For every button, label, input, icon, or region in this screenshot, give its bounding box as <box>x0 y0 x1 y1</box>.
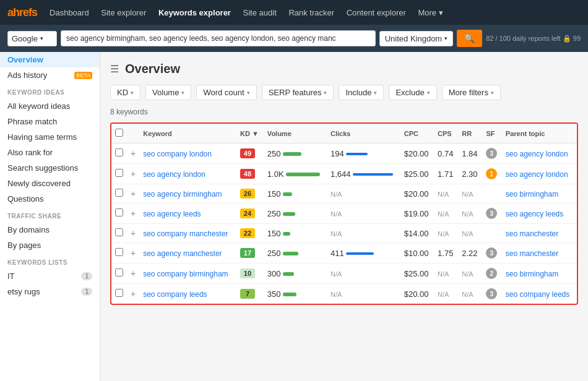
nav-site-audit[interactable]: Site audit <box>243 8 277 17</box>
parent-topic-link[interactable]: seo agency london <box>506 170 568 179</box>
keyword-link[interactable]: seo company leeds <box>143 290 207 299</box>
filter-more[interactable]: More filters ▾ <box>442 85 501 100</box>
nav-rank-tracker[interactable]: Rank tracker <box>288 8 334 17</box>
search-button[interactable]: 🔍 <box>457 30 482 47</box>
sidebar-item-also-rank-for[interactable]: Also rank for <box>0 145 100 160</box>
row-add-cell[interactable]: + <box>127 284 139 304</box>
keyword-cell: seo company leeds <box>139 284 236 304</box>
volume-bar <box>283 272 294 276</box>
row-checkbox[interactable] <box>115 148 123 156</box>
keyword-link[interactable]: seo company manchester <box>143 229 228 238</box>
volume-value: 300 <box>267 269 281 278</box>
keyword-link[interactable]: seo agency birmingham <box>143 190 222 199</box>
keyword-link[interactable]: seo agency leeds <box>143 210 201 218</box>
row-add-cell[interactable]: + <box>127 203 139 224</box>
keyword-link[interactable]: seo agency manchester <box>143 249 222 258</box>
sidebar-item-ads-history[interactable]: Ads history BETA <box>0 67 100 83</box>
cpc-value: $25.00 <box>404 169 429 179</box>
row-checkbox[interactable] <box>115 169 123 177</box>
volume-value: 350 <box>267 289 281 299</box>
parent-topic-link[interactable]: seo agency london <box>506 150 568 158</box>
sidebar-item-questions[interactable]: Questions <box>0 191 100 207</box>
row-add-cell[interactable]: + <box>127 184 139 203</box>
filter-kd[interactable]: KD ▾ <box>110 85 141 100</box>
keywords-table: Keyword KD ▼ Volume Clicks CPC CPS RR SF… <box>111 124 577 304</box>
row-checkbox-cell <box>111 184 127 203</box>
sidebar-item-newly-discovered[interactable]: Newly discovered <box>0 176 100 191</box>
row-checkbox[interactable] <box>115 189 123 197</box>
sf-cell: 3 <box>482 143 501 164</box>
keyword-link[interactable]: seo company london <box>143 150 212 158</box>
rr-na: N/A <box>462 210 473 218</box>
row-add-cell[interactable]: + <box>127 243 139 263</box>
row-checkbox-cell <box>111 284 127 304</box>
nav-more[interactable]: More ▾ <box>418 8 443 17</box>
sidebar-item-phrase-match[interactable]: Phrase match <box>0 114 100 129</box>
sidebar-item-by-pages[interactable]: By pages <box>0 238 100 253</box>
hamburger-icon[interactable]: ☰ <box>110 63 119 75</box>
parent-topic-link[interactable]: seo company leeds <box>506 290 569 299</box>
row-checkbox[interactable] <box>115 268 123 276</box>
sidebar-item-etsy-rugs[interactable]: etsy rugs 1 <box>0 284 100 299</box>
nav-content-explorer[interactable]: Content explorer <box>347 8 406 17</box>
rr-value: 1.84 <box>462 149 477 158</box>
parent-topic-link[interactable]: seo manchester <box>506 249 558 258</box>
volume-cell: 250 <box>264 243 327 263</box>
parent-topic-link[interactable]: seo birmingham <box>506 270 558 278</box>
kd-cell: 26 <box>236 184 264 203</box>
row-checkbox[interactable] <box>115 289 123 297</box>
rr-cell: N/A <box>458 224 482 243</box>
row-add-cell[interactable]: + <box>127 263 139 284</box>
rr-cell: 1.84 <box>458 143 482 164</box>
row-add-cell[interactable]: + <box>127 164 139 184</box>
page-header: ☰ Overview <box>110 62 578 76</box>
parent-topic-cell: seo birmingham <box>502 184 577 203</box>
sidebar-item-all-keyword-ideas[interactable]: All keyword ideas <box>0 98 100 114</box>
parent-topic-link[interactable]: seo agency leeds <box>506 210 563 218</box>
clicks-cell: N/A <box>327 203 400 224</box>
cps-cell: N/A <box>434 284 458 304</box>
parent-topic-cell: seo agency leeds <box>502 203 577 224</box>
sidebar-item-having-same-terms[interactable]: Having same terms <box>0 129 100 145</box>
nav-dashboard[interactable]: Dashboard <box>50 8 89 17</box>
sf-cell <box>482 224 501 243</box>
cpc-cell: $10.00 <box>400 243 434 263</box>
sidebar-item-overview[interactable]: Overview <box>0 52 100 67</box>
rr-value: 2.22 <box>462 249 477 258</box>
filter-exclude[interactable]: Exclude ▾ <box>389 85 436 100</box>
row-checkbox[interactable] <box>115 208 123 216</box>
country-select[interactable]: United Kingdom ▾ <box>379 31 454 46</box>
filter-word-count[interactable]: Word count ▾ <box>196 85 256 100</box>
volume-cell: 350 <box>264 284 327 304</box>
sidebar-item-search-suggestions[interactable]: Search suggestions <box>0 160 100 176</box>
row-add-cell[interactable]: + <box>127 224 139 243</box>
filter-serp-features[interactable]: SERP features ▾ <box>262 85 334 100</box>
keyword-input[interactable]: seo agency birmingham, seo agency leeds,… <box>61 30 376 46</box>
col-cpc: CPC <box>400 124 434 143</box>
row-checkbox[interactable] <box>115 228 123 236</box>
keyword-link[interactable]: seo agency london <box>143 170 205 179</box>
filter-include[interactable]: Include ▾ <box>339 85 384 100</box>
row-add-cell[interactable]: + <box>127 143 139 164</box>
row-checkbox[interactable] <box>115 248 123 256</box>
keyword-link[interactable]: seo company birmingham <box>143 270 228 278</box>
filter-volume[interactable]: Volume ▾ <box>145 85 191 100</box>
parent-topic-cell: seo manchester <box>502 224 577 243</box>
parent-topic-link[interactable]: seo manchester <box>506 229 558 238</box>
select-all-checkbox[interactable] <box>115 129 123 137</box>
rr-na: N/A <box>462 230 473 238</box>
engine-select[interactable]: Google ▾ <box>7 31 57 46</box>
col-kd[interactable]: KD ▼ <box>236 124 264 143</box>
cpc-cell: $25.00 <box>400 164 434 184</box>
sidebar-item-it[interactable]: IT 1 <box>0 268 100 284</box>
sf-cell <box>482 184 501 203</box>
nav-site-explorer[interactable]: Site explorer <box>101 8 146 17</box>
sidebar-item-by-domains[interactable]: By domains <box>0 222 100 238</box>
cps-cell: 1.75 <box>434 243 458 263</box>
parent-topic-link[interactable]: seo birmingham <box>506 190 558 199</box>
nav-keywords-explorer[interactable]: Keywords explorer <box>158 8 231 17</box>
volume-bar <box>283 293 296 296</box>
engine-caret: ▾ <box>40 35 43 41</box>
volume-cell: 250 <box>264 203 327 224</box>
col-keyword: Keyword <box>139 124 236 143</box>
